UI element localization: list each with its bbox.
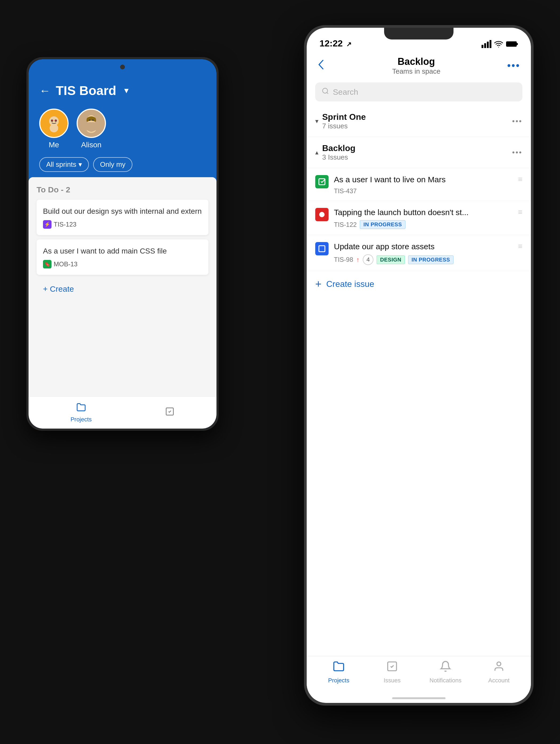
ios-bottom-nav: Projects Issues xyxy=(307,656,531,693)
svg-point-9 xyxy=(89,119,90,121)
android-create-button[interactable]: + Create xyxy=(37,279,209,299)
wifi-icon xyxy=(494,39,503,48)
ios-home-indicator xyxy=(307,693,531,703)
issue-2-link-count: 4 xyxy=(363,254,373,265)
ios-issues-label: Issues xyxy=(383,677,401,684)
ios-notifications-icon xyxy=(440,661,451,675)
all-sprints-label: All sprints xyxy=(46,160,76,169)
avatar-me-image xyxy=(39,109,69,138)
android-header: ← TIS Board ▼ xyxy=(29,75,217,103)
android-nav-projects[interactable]: Projects xyxy=(71,402,91,423)
issue-0-drag-icon: ≡ xyxy=(518,175,522,184)
svg-rect-4 xyxy=(51,120,53,121)
sprint-one-title: Sprint One xyxy=(322,112,366,122)
ios-account-icon xyxy=(493,661,505,675)
board-card-0[interactable]: Build out our design sys with internal a… xyxy=(37,199,209,235)
issue-1-id: TIS-122 xyxy=(334,221,357,228)
scene: ← TIS Board ▼ xyxy=(27,25,533,719)
issue-row-1[interactable]: Tapping the launch button doesn't st... … xyxy=(307,201,531,235)
sprint-one-count: 7 issues xyxy=(322,122,366,130)
board-card-0-text: Build out our design sys with internal a… xyxy=(43,206,202,216)
issue-0-id: TIS-437 xyxy=(334,187,357,195)
sprint-one-more-icon[interactable]: ••• xyxy=(512,117,522,125)
ios-backlog-title: Backlog xyxy=(392,56,440,67)
battery-icon xyxy=(506,40,518,48)
ios-nav-notifications[interactable]: Notifications xyxy=(419,661,472,684)
backlog-header-left: ▴ Backlog 3 Issues xyxy=(315,143,355,161)
svg-rect-16 xyxy=(517,43,518,45)
create-issue-plus-icon: + xyxy=(315,278,322,290)
avatar-alison-image xyxy=(77,109,106,138)
board-card-1[interactable]: As a user I want to add main CSS file 🔖 … xyxy=(37,239,209,275)
avatar-alison[interactable]: Alison xyxy=(77,109,106,149)
ios-nav-issues[interactable]: Issues xyxy=(365,661,419,684)
sprint-one-header-left: ▾ Sprint One 7 issues xyxy=(315,112,366,130)
issue-2-title: Update our app store assets xyxy=(334,241,513,252)
svg-rect-5 xyxy=(54,120,57,121)
ios-phone: 12:22 ↗ xyxy=(304,25,533,706)
ios-account-label: Account xyxy=(488,677,510,684)
svg-point-10 xyxy=(92,119,94,121)
issue-row-2[interactable]: Update our app store assets TIS-98 ↑ 4 D… xyxy=(307,235,531,271)
board-column-title: To Do - 2 xyxy=(37,185,209,194)
ios-back-button[interactable] xyxy=(318,59,325,73)
ios-nav-account[interactable]: Account xyxy=(472,661,526,684)
ios-search-bar[interactable]: Search xyxy=(315,82,522,101)
ios-nav-title-area: Backlog Teams in space xyxy=(392,56,440,76)
sprints-chevron-icon: ▾ xyxy=(78,160,82,169)
issue-2-design-badge: DESIGN xyxy=(377,255,405,264)
only-my-filter[interactable]: Only my xyxy=(93,157,133,172)
ios-more-button[interactable]: ••• xyxy=(507,60,520,72)
sprint-one-section-header[interactable]: ▾ Sprint One 7 issues ••• xyxy=(307,106,531,137)
board-card-1-id: MOB-13 xyxy=(54,260,77,268)
issue-2-priority-icon: ↑ xyxy=(356,256,360,263)
issue-1-content: Tapping the launch button doesn't st... … xyxy=(334,207,513,229)
backlog-section-header[interactable]: ▴ Backlog 3 Issues ••• xyxy=(307,137,531,168)
issue-0-meta: TIS-437 xyxy=(334,187,513,195)
board-card-1-tag: 🔖 MOB-13 xyxy=(43,260,77,268)
ios-time: 12:22 ↗ xyxy=(320,38,351,48)
create-issue-row[interactable]: + Create issue xyxy=(307,271,531,297)
android-content: ← TIS Board ▼ xyxy=(29,75,217,429)
android-dropdown-arrow-icon[interactable]: ▼ xyxy=(123,86,130,95)
issue-1-in-progress-badge: IN PROGRESS xyxy=(360,220,405,229)
avatar-me[interactable]: Me xyxy=(39,109,69,149)
create-issue-label: Create issue xyxy=(326,279,374,289)
android-issues-icon xyxy=(165,407,175,419)
issue-0-type-icon xyxy=(315,175,329,188)
android-phone: ← TIS Board ▼ xyxy=(27,57,219,431)
android-projects-label: Projects xyxy=(71,416,91,423)
issue-2-meta: TIS-98 ↑ 4 DESIGN IN PROGRESS xyxy=(334,254,513,265)
tag-icon-green: 🔖 xyxy=(43,260,51,268)
svg-point-13 xyxy=(498,47,499,47)
ios-location-icon: ↗ xyxy=(346,41,351,48)
ios-nav-bar: Backlog Teams in space ••• xyxy=(307,52,531,78)
ios-list: ▾ Sprint One 7 issues ••• ▴ Backlog xyxy=(307,106,531,656)
search-icon xyxy=(322,87,329,97)
ios-inner: 12:22 ↗ xyxy=(307,28,531,703)
backlog-section-count: 3 Issues xyxy=(322,153,355,161)
issue-1-type-icon xyxy=(315,208,329,221)
ios-projects-label: Projects xyxy=(328,677,349,684)
svg-point-18 xyxy=(319,212,325,217)
issue-2-type-icon xyxy=(315,242,329,255)
ios-projects-icon xyxy=(333,661,345,675)
svg-point-17 xyxy=(323,88,328,94)
ios-nav-projects[interactable]: Projects xyxy=(312,661,365,684)
issue-2-in-progress-badge: IN PROGRESS xyxy=(408,255,453,264)
svg-rect-19 xyxy=(319,246,325,252)
svg-rect-15 xyxy=(507,42,516,46)
android-nav-issues[interactable] xyxy=(165,407,175,419)
android-bottom-nav: Projects xyxy=(29,397,217,429)
backlog-section-title: Backlog xyxy=(322,143,355,153)
issue-1-drag-icon: ≡ xyxy=(518,208,522,216)
android-create-label: + Create xyxy=(43,285,74,294)
backlog-more-icon[interactable]: ••• xyxy=(512,148,522,157)
ios-home-bar xyxy=(392,697,446,699)
all-sprints-filter[interactable]: All sprints ▾ xyxy=(39,157,89,172)
issue-row-0[interactable]: As a user I want to live on Mars TIS-437… xyxy=(307,168,531,201)
android-projects-icon xyxy=(76,402,86,414)
tag-icon-purple: ⚡ xyxy=(43,220,51,229)
search-placeholder-text: Search xyxy=(333,87,358,97)
android-back-button[interactable]: ← xyxy=(39,84,50,97)
